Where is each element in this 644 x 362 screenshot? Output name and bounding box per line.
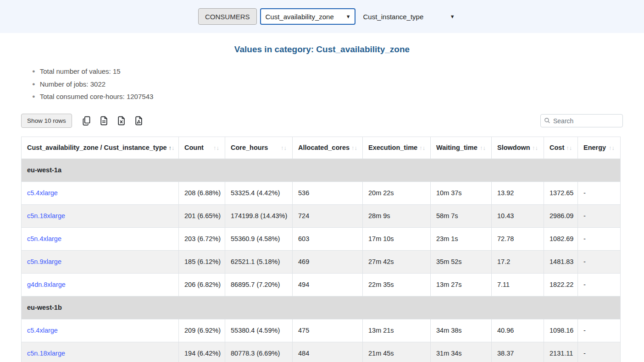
sort-icons: ↑↓ bbox=[213, 144, 219, 151]
column-label: Slowdown bbox=[497, 144, 530, 151]
pdf-button[interactable] bbox=[130, 113, 148, 129]
table-cell: 1098.16 bbox=[544, 319, 578, 342]
table-row: c5n.18xlarge194 (6.42%)80778.3 (6.69%)48… bbox=[22, 342, 621, 362]
table-cell: 55380.4 (4.59%) bbox=[225, 319, 293, 342]
table-cell: 38.37 bbox=[492, 342, 544, 362]
table-cell: 475 bbox=[293, 319, 363, 342]
category-select[interactable]: Cust_availability_zone ▼ bbox=[260, 8, 355, 25]
table-cell: 1082.69 bbox=[544, 227, 578, 250]
search-box bbox=[540, 114, 623, 127]
column-header-allocated-cores[interactable]: Allocated_cores↑↓ bbox=[293, 137, 363, 159]
column-header-energy[interactable]: Energy↑↓ bbox=[578, 137, 621, 159]
table-cell: c5.4xlarge bbox=[22, 181, 179, 204]
table-row: c5.4xlarge208 (6.88%)53325.4 (4.42%)5362… bbox=[22, 181, 621, 204]
instance-type-link[interactable]: c5.4xlarge bbox=[27, 327, 58, 334]
table-cell: - bbox=[578, 227, 621, 250]
table-cell: 206 (6.82%) bbox=[179, 273, 225, 296]
instance-type-link[interactable]: g4dn.8xlarge bbox=[27, 281, 66, 288]
bullet-icon: ● bbox=[32, 78, 35, 90]
column-header-slowdown[interactable]: Slowdown↑↓ bbox=[492, 137, 544, 159]
sort-desc-icon: ↓ bbox=[217, 144, 220, 151]
table-cell: 603 bbox=[293, 227, 363, 250]
column-header-waiting-time[interactable]: Waiting_time↑↓ bbox=[431, 137, 492, 159]
group-label: eu-west-1b bbox=[22, 296, 621, 319]
column-label: Energy bbox=[583, 144, 606, 151]
sort-icons: ↑↓ bbox=[480, 144, 486, 151]
table-cell: 185 (6.12%) bbox=[179, 250, 225, 273]
sort-icons: ↑↓ bbox=[281, 144, 287, 151]
table-cell: g4dn.8xlarge bbox=[22, 273, 179, 296]
stat-text: Total consumed core-hours: 1207543 bbox=[40, 91, 154, 103]
table-cell: 208 (6.88%) bbox=[179, 181, 225, 204]
copy-icon bbox=[82, 116, 91, 126]
group-row: eu-west-1b bbox=[22, 296, 621, 319]
table-cell: 203 (6.72%) bbox=[179, 227, 225, 250]
table-cell: 13.92 bbox=[492, 181, 544, 204]
sort-icons: ↑↓ bbox=[169, 144, 175, 151]
sort-desc-icon: ↓ bbox=[612, 144, 615, 151]
table-cell: 34m 38s bbox=[431, 319, 492, 342]
sort-icons: ↑↓ bbox=[419, 144, 425, 151]
table-cell: 174199.8 (14.43%) bbox=[225, 204, 293, 227]
instance-type-select[interactable]: Cust_instance_type ▼ bbox=[359, 8, 460, 25]
table-cell: 62521.1 (5.18%) bbox=[225, 250, 293, 273]
instance-type-link[interactable]: c5n.4xlarge bbox=[27, 235, 61, 242]
table-cell: c5n.9xlarge bbox=[22, 250, 179, 273]
table-cell: 484 bbox=[293, 342, 363, 362]
sort-desc-icon: ↓ bbox=[355, 144, 358, 151]
instance-type-link[interactable]: c5n.18xlarge bbox=[27, 212, 65, 219]
table-cell: 2131.11 bbox=[544, 342, 578, 362]
table-cell: 1372.65 bbox=[544, 181, 578, 204]
instance-type-link[interactable]: c5.4xlarge bbox=[27, 189, 58, 197]
search-icon bbox=[544, 117, 550, 124]
table-cell: 72.78 bbox=[492, 227, 544, 250]
table-cell: c5.4xlarge bbox=[22, 319, 179, 342]
column-label: Cost bbox=[550, 144, 564, 151]
table-cell: 1481.83 bbox=[544, 250, 578, 273]
column-header-count[interactable]: Count↑↓ bbox=[179, 137, 225, 159]
table-cell: 35m 52s bbox=[431, 250, 492, 273]
table-row: g4dn.8xlarge206 (6.82%)86895.7 (7.20%)49… bbox=[22, 273, 621, 296]
column-header-cost[interactable]: Cost↑↓ bbox=[544, 137, 578, 159]
stat-item: ●Number of jobs: 3022 bbox=[32, 78, 644, 91]
column-header-execution-time[interactable]: Execution_time↑↓ bbox=[363, 137, 431, 159]
table-row: c5.4xlarge209 (6.92%)55380.4 (4.59%)4751… bbox=[22, 319, 621, 342]
table-cell: 17.2 bbox=[492, 250, 544, 273]
chevron-down-icon: ▼ bbox=[450, 14, 455, 19]
column-label: Allocated_cores bbox=[298, 144, 350, 151]
table-cell: 20m 22s bbox=[363, 181, 431, 204]
excel-button[interactable] bbox=[113, 113, 130, 129]
stat-text: Total number of values: 15 bbox=[40, 66, 121, 77]
category-select-value: Cust_availability_zone bbox=[266, 13, 334, 21]
sort-desc-icon: ↓ bbox=[535, 144, 539, 151]
table-cell: c5n.18xlarge bbox=[22, 342, 179, 362]
table-cell: 58m 7s bbox=[431, 204, 492, 227]
file-text-icon bbox=[99, 116, 109, 126]
column-header-core-hours[interactable]: Core_hours↑↓ bbox=[225, 137, 293, 159]
table-cell: 494 bbox=[293, 273, 363, 296]
instance-type-link[interactable]: c5n.18xlarge bbox=[27, 350, 65, 357]
show-rows-button[interactable]: Show 10 rows bbox=[21, 114, 72, 128]
instance-type-link[interactable]: c5n.9xlarge bbox=[27, 258, 61, 265]
table-cell: 13m 27s bbox=[431, 273, 492, 296]
csv-button[interactable] bbox=[95, 113, 113, 129]
chevron-down-icon: ▼ bbox=[346, 14, 351, 19]
table-cell: 23m 1s bbox=[431, 227, 492, 250]
column-header-cust-availability-zone-cust-instance-type[interactable]: Cust_availability_zone / Cust_instance_t… bbox=[22, 137, 179, 159]
table-cell: - bbox=[578, 273, 621, 296]
table-cell: 10.43 bbox=[492, 204, 544, 227]
table-header-row: Cust_availability_zone / Cust_instance_t… bbox=[22, 137, 621, 159]
stat-text: Number of jobs: 3022 bbox=[40, 78, 105, 90]
table-cell: - bbox=[578, 204, 621, 227]
table-cell: 13m 21s bbox=[363, 319, 431, 342]
consumers-button[interactable]: CONSUMERS bbox=[198, 8, 257, 25]
sort-desc-icon: ↓ bbox=[284, 144, 287, 151]
table-toolbar: Show 10 rows bbox=[21, 113, 623, 129]
page-title: Values in category: Cust_availability_zo… bbox=[0, 44, 644, 55]
top-toolbar: CONSUMERS Cust_availability_zone ▼ Cust_… bbox=[0, 0, 644, 33]
table-cell: 2986.09 bbox=[544, 204, 578, 227]
table-cell: 21m 45s bbox=[363, 342, 431, 362]
search-input[interactable] bbox=[540, 114, 623, 127]
table-cell: - bbox=[578, 319, 621, 342]
copy-button[interactable] bbox=[78, 113, 95, 129]
